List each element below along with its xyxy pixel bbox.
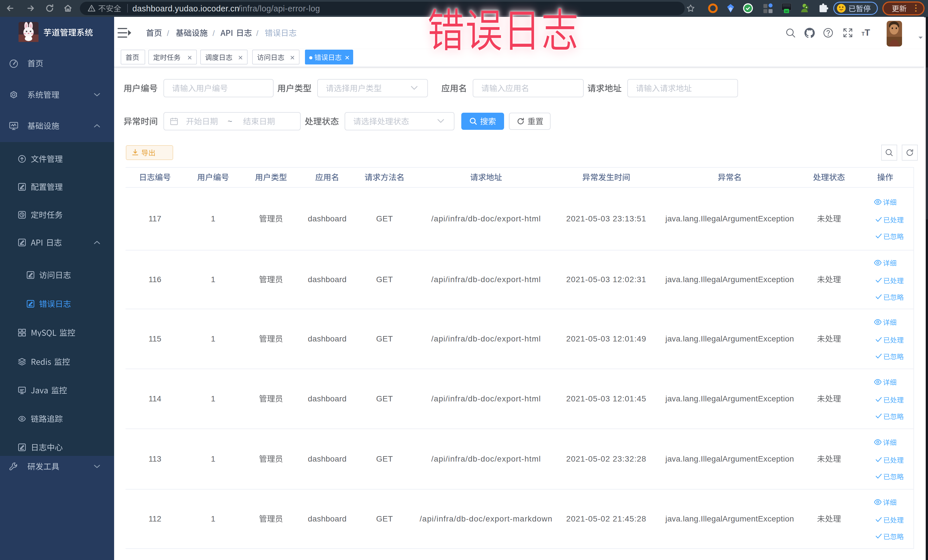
svg-text:on: on bbox=[785, 10, 788, 13]
